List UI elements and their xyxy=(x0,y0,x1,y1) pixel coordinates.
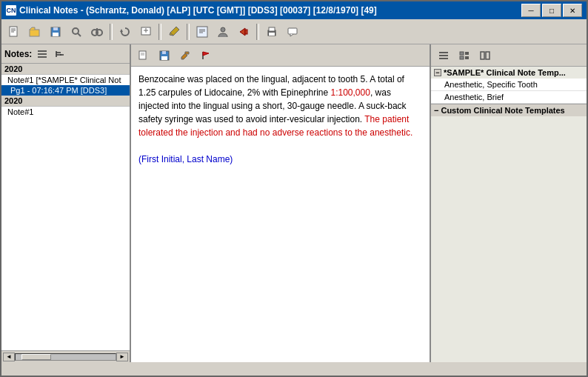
svg-rect-53 xyxy=(481,52,484,59)
template-item-anesthetic-specific[interactable]: Anesthetic, Specific Tooth xyxy=(431,79,587,91)
notes-tree-view-button[interactable] xyxy=(53,47,67,61)
svg-rect-28 xyxy=(288,28,297,34)
note-toolbar xyxy=(131,44,430,67)
scroll-right-button[interactable]: ► xyxy=(116,353,128,361)
close-button[interactable]: ✕ xyxy=(563,4,582,17)
person-button[interactable] xyxy=(213,22,233,41)
templates-panel: − *SAMPLE* Clinical Note Temp... Anesthe… xyxy=(431,44,587,362)
custom-expand-icon[interactable]: − xyxy=(434,106,438,115)
toolbar-separator-1 xyxy=(110,24,113,40)
pencil-button[interactable] xyxy=(164,22,184,41)
print-button[interactable] xyxy=(262,22,281,41)
maximize-button[interactable]: □ xyxy=(542,4,561,17)
sample-section-header: *SAMPLE* Clinical Note Temp... xyxy=(444,68,566,77)
template-list-button[interactable] xyxy=(434,46,453,65)
template-columns-button[interactable] xyxy=(475,46,495,65)
template-list: − *SAMPLE* Clinical Note Temp... Anesthe… xyxy=(431,67,587,362)
find-button[interactable] xyxy=(67,22,86,41)
note-flag-button[interactable] xyxy=(196,46,216,65)
zoom-button[interactable] xyxy=(136,22,156,41)
svg-rect-6 xyxy=(53,27,58,30)
templates-toolbar xyxy=(431,44,587,67)
window-title: Clinical Notes - (Schrantz, Donald) [ALP… xyxy=(19,5,377,16)
svg-rect-4 xyxy=(30,30,39,36)
horizontal-scrollbar[interactable]: ◄ ► xyxy=(1,350,130,362)
toolbar-separator-2 xyxy=(158,24,161,40)
title-bar: CN Clinical Notes - (Schrantz, Donald) [… xyxy=(1,1,587,19)
svg-marker-23 xyxy=(240,28,245,36)
note-item-1[interactable]: Note#1 [*SAMPLE* Clinical Not xyxy=(1,75,130,85)
minimize-button[interactable]: ─ xyxy=(521,4,541,17)
sample-expand-icon[interactable]: − xyxy=(434,69,441,76)
svg-rect-12 xyxy=(96,28,98,31)
note-content-panel: Benzocaine was placed on the lingual, ad… xyxy=(131,44,431,362)
year-group-2: 2020 xyxy=(1,96,130,107)
scrollbar-track[interactable] xyxy=(15,353,116,361)
notes-label: Notes: xyxy=(4,49,32,59)
svg-marker-13 xyxy=(120,29,123,32)
scrollbar-thumb[interactable] xyxy=(21,354,51,360)
main-layout: Notes: 2020 Note#1 [*SAMPLE* Clinical No… xyxy=(1,44,587,362)
template-item-anesthetic-brief[interactable]: Anesthetic, Brief xyxy=(431,91,587,104)
sample-template-section[interactable]: − *SAMPLE* Clinical Note Temp... xyxy=(431,67,587,79)
note-subitem-1[interactable]: Pg1 - 07:16:47 PM [DDS3] xyxy=(1,85,130,96)
template-item-label-2: Anesthetic, Brief xyxy=(444,93,504,101)
main-toolbar xyxy=(1,19,587,44)
note-edit-button[interactable] xyxy=(176,46,195,65)
note-text-area[interactable]: Benzocaine was placed on the lingual, ad… xyxy=(131,67,430,362)
toolbar-separator-4 xyxy=(256,24,259,40)
message-button[interactable] xyxy=(283,22,302,41)
notes-panel: Notes: 2020 Note#1 [*SAMPLE* Clinical No… xyxy=(1,44,131,362)
svg-point-22 xyxy=(221,27,225,32)
template-button[interactable] xyxy=(193,22,212,41)
notes-list: 2020 Note#1 [*SAMPLE* Clinical Not Pg1 -… xyxy=(1,64,130,350)
open-button[interactable] xyxy=(25,22,44,41)
svg-rect-54 xyxy=(486,52,490,59)
svg-rect-26 xyxy=(269,27,275,31)
window-controls: ─ □ ✕ xyxy=(521,4,582,17)
svg-line-9 xyxy=(78,33,81,36)
svg-point-8 xyxy=(73,28,78,34)
new-note-button[interactable] xyxy=(4,22,24,41)
binoculars-button[interactable] xyxy=(87,22,107,41)
svg-rect-27 xyxy=(269,33,275,36)
svg-rect-42 xyxy=(161,56,167,60)
year-group-1: 2020 xyxy=(1,64,130,75)
template-detail-button[interactable] xyxy=(455,46,474,65)
note-item-2[interactable]: Note#1 xyxy=(1,107,130,117)
svg-rect-24 xyxy=(245,30,247,34)
toolbar-separator-3 xyxy=(187,24,190,40)
custom-template-section[interactable]: − Custom Clinical Note Templates xyxy=(431,104,587,116)
svg-rect-47 xyxy=(460,52,464,55)
note-save-button[interactable] xyxy=(155,46,174,65)
svg-rect-50 xyxy=(460,56,464,59)
app-icon: CN xyxy=(6,5,16,16)
notes-header: Notes: xyxy=(1,44,130,64)
template-item-label-1: Anesthetic, Specific Tooth xyxy=(444,80,538,89)
refresh-button[interactable] xyxy=(116,22,135,41)
svg-rect-41 xyxy=(162,51,166,54)
svg-rect-7 xyxy=(53,33,59,36)
arrow-button[interactable] xyxy=(234,22,253,41)
custom-section-header: Custom Clinical Note Templates xyxy=(441,106,564,115)
scroll-left-button[interactable]: ◄ xyxy=(3,353,15,361)
svg-rect-18 xyxy=(197,27,207,37)
notes-list-view-button[interactable] xyxy=(35,47,50,61)
note-new-button[interactable] xyxy=(134,46,153,65)
save-button[interactable] xyxy=(46,22,65,41)
